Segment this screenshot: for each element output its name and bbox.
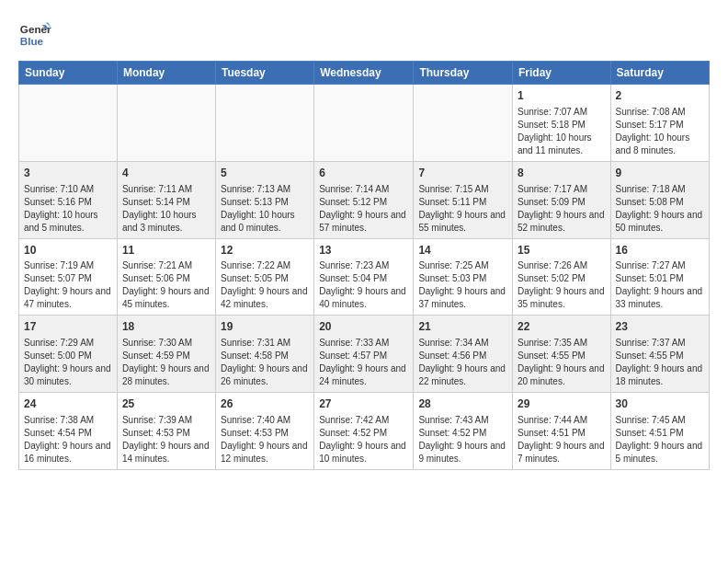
day-number: 22 [518, 319, 606, 335]
day-info: Daylight: 9 hours and 47 minutes. [24, 285, 112, 311]
calendar-cell [414, 85, 513, 162]
day-info: Sunrise: 7:14 AM [319, 183, 408, 196]
day-info: Daylight: 9 hours and 10 minutes. [319, 440, 408, 465]
day-info: Sunrise: 7:26 AM [518, 259, 606, 272]
day-header-thursday: Thursday [414, 62, 513, 85]
day-info: Sunrise: 7:45 AM [616, 414, 704, 427]
calendar-cell: 18Sunrise: 7:30 AMSunset: 4:59 PMDayligh… [117, 316, 215, 393]
calendar-cell: 16Sunrise: 7:27 AMSunset: 5:01 PMDayligh… [610, 238, 709, 316]
day-info: Daylight: 9 hours and 55 minutes. [418, 209, 507, 235]
day-header-friday: Friday [512, 62, 610, 85]
day-info: Sunset: 5:00 PM [24, 350, 112, 362]
calendar-week-row: 17Sunrise: 7:29 AMSunset: 5:00 PMDayligh… [19, 316, 710, 393]
day-info: Sunrise: 7:17 AM [518, 183, 606, 196]
day-info: Sunset: 5:12 PM [319, 196, 408, 209]
day-info: Sunrise: 7:10 AM [24, 183, 112, 196]
day-number: 20 [319, 319, 408, 335]
day-number: 26 [221, 396, 309, 412]
calendar-cell: 27Sunrise: 7:42 AMSunset: 4:52 PMDayligh… [314, 393, 414, 470]
calendar-cell: 24Sunrise: 7:38 AMSunset: 4:54 PMDayligh… [19, 393, 118, 470]
day-info: Daylight: 9 hours and 5 minutes. [616, 440, 704, 465]
calendar-header-row: SundayMondayTuesdayWednesdayThursdayFrid… [19, 62, 710, 85]
day-info: Sunrise: 7:31 AM [221, 337, 309, 350]
day-info: Daylight: 9 hours and 26 minutes. [221, 362, 309, 388]
calendar-cell: 8Sunrise: 7:17 AMSunset: 5:09 PMDaylight… [512, 161, 610, 238]
day-info: Sunrise: 7:33 AM [319, 337, 408, 350]
day-number: 1 [518, 88, 606, 104]
day-info: Daylight: 9 hours and 37 minutes. [418, 285, 507, 311]
calendar-cell [314, 85, 414, 162]
calendar-cell: 30Sunrise: 7:45 AMSunset: 4:51 PMDayligh… [610, 393, 709, 470]
day-number: 24 [24, 396, 112, 412]
calendar-week-row: 3Sunrise: 7:10 AMSunset: 5:16 PMDaylight… [19, 161, 710, 238]
day-info: Daylight: 9 hours and 42 minutes. [221, 285, 309, 311]
day-number: 12 [221, 243, 309, 259]
calendar-cell: 9Sunrise: 7:18 AMSunset: 5:08 PMDaylight… [610, 161, 709, 238]
day-info: Daylight: 9 hours and 16 minutes. [24, 440, 112, 465]
day-info: Sunset: 5:16 PM [24, 196, 112, 209]
day-info: Sunrise: 7:44 AM [518, 414, 606, 427]
day-info: Sunrise: 7:39 AM [122, 414, 210, 427]
calendar-cell: 29Sunrise: 7:44 AMSunset: 4:51 PMDayligh… [512, 393, 610, 470]
day-info: Daylight: 9 hours and 30 minutes. [24, 362, 112, 388]
calendar-week-row: 10Sunrise: 7:19 AMSunset: 5:07 PMDayligh… [19, 238, 710, 316]
day-info: Sunrise: 7:22 AM [221, 259, 309, 272]
day-info: Sunset: 5:17 PM [616, 119, 704, 132]
day-info: Sunrise: 7:40 AM [221, 414, 309, 427]
day-info: Sunrise: 7:42 AM [319, 414, 408, 427]
day-info: Sunrise: 7:34 AM [418, 337, 507, 350]
calendar-cell: 10Sunrise: 7:19 AMSunset: 5:07 PMDayligh… [19, 238, 118, 316]
day-info: Sunrise: 7:08 AM [616, 106, 704, 119]
day-info: Sunrise: 7:11 AM [122, 183, 210, 196]
day-info: Sunset: 5:11 PM [418, 196, 507, 209]
day-number: 3 [24, 166, 112, 181]
calendar-cell: 28Sunrise: 7:43 AMSunset: 4:52 PMDayligh… [414, 393, 513, 470]
day-info: Daylight: 10 hours and 3 minutes. [122, 209, 210, 235]
calendar-cell: 20Sunrise: 7:33 AMSunset: 4:57 PMDayligh… [314, 316, 414, 393]
day-number: 27 [319, 396, 408, 412]
day-info: Sunset: 4:55 PM [518, 350, 606, 362]
day-info: Sunrise: 7:15 AM [418, 183, 507, 196]
day-info: Sunset: 5:01 PM [616, 272, 704, 285]
day-info: Sunrise: 7:43 AM [418, 414, 507, 427]
day-number: 16 [616, 243, 704, 259]
day-info: Daylight: 9 hours and 18 minutes. [616, 362, 704, 388]
day-info: Daylight: 9 hours and 35 minutes. [518, 285, 606, 311]
day-info: Sunset: 5:09 PM [518, 196, 606, 209]
calendar-cell: 3Sunrise: 7:10 AMSunset: 5:16 PMDaylight… [19, 161, 118, 238]
day-info: Daylight: 9 hours and 33 minutes. [616, 285, 704, 311]
day-number: 15 [518, 243, 606, 259]
day-number: 30 [616, 396, 704, 412]
calendar-cell: 22Sunrise: 7:35 AMSunset: 4:55 PMDayligh… [512, 316, 610, 393]
day-number: 18 [122, 319, 210, 335]
day-info: Sunrise: 7:29 AM [24, 337, 112, 350]
day-number: 19 [221, 319, 309, 335]
day-info: Sunset: 5:18 PM [518, 119, 606, 132]
calendar-table: SundayMondayTuesdayWednesdayThursdayFrid… [18, 61, 710, 470]
day-info: Daylight: 9 hours and 45 minutes. [122, 285, 210, 311]
day-header-monday: Monday [117, 62, 215, 85]
day-info: Sunrise: 7:13 AM [221, 183, 309, 196]
day-info: Sunrise: 7:25 AM [418, 259, 507, 272]
calendar-cell: 25Sunrise: 7:39 AMSunset: 4:53 PMDayligh… [117, 393, 215, 470]
logo: General Blue [18, 18, 51, 52]
day-info: Sunrise: 7:37 AM [616, 337, 704, 350]
day-number: 14 [418, 243, 507, 259]
day-info: Sunset: 5:07 PM [24, 272, 112, 285]
day-info: Sunset: 4:57 PM [319, 350, 408, 362]
day-info: Sunset: 4:56 PM [418, 350, 507, 362]
day-number: 9 [616, 166, 704, 181]
day-info: Sunrise: 7:21 AM [122, 259, 210, 272]
day-number: 28 [418, 396, 507, 412]
day-info: Daylight: 9 hours and 14 minutes. [122, 440, 210, 465]
calendar-cell: 7Sunrise: 7:15 AMSunset: 5:11 PMDaylight… [414, 161, 513, 238]
day-number: 5 [221, 166, 309, 181]
day-number: 25 [122, 396, 210, 412]
day-info: Sunrise: 7:30 AM [122, 337, 210, 350]
calendar-cell: 6Sunrise: 7:14 AMSunset: 5:12 PMDaylight… [314, 161, 414, 238]
day-info: Sunset: 5:05 PM [221, 272, 309, 285]
day-info: Daylight: 9 hours and 57 minutes. [319, 209, 408, 235]
day-info: Sunset: 4:52 PM [319, 427, 408, 440]
day-info: Sunset: 5:08 PM [616, 196, 704, 209]
day-info: Daylight: 9 hours and 40 minutes. [319, 285, 408, 311]
